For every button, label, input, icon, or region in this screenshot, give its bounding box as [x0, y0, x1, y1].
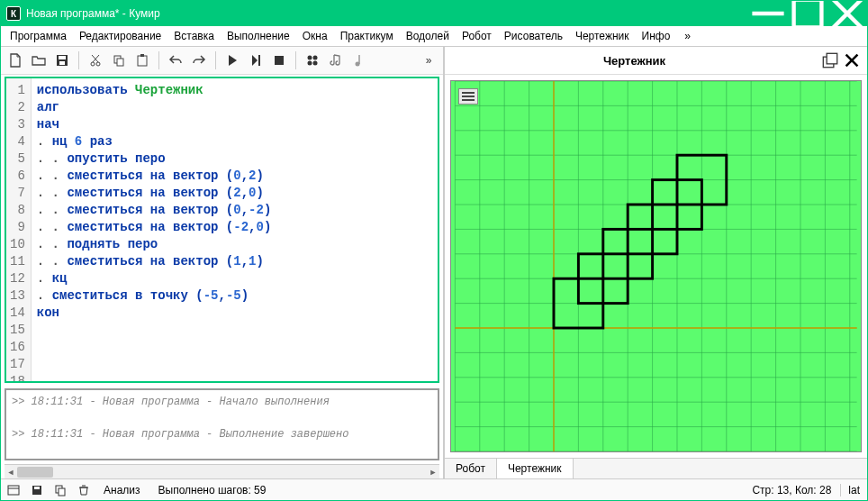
window-controls — [748, 1, 867, 26]
save-icon[interactable] — [51, 50, 73, 71]
menu-item-водолей[interactable]: Водолей — [401, 28, 455, 44]
menu-item-инфо[interactable]: Инфо — [637, 28, 676, 44]
svg-point-19 — [308, 61, 312, 66]
stop-icon[interactable] — [268, 50, 290, 71]
menu-item-окна[interactable]: Окна — [297, 28, 333, 44]
status-analysis: Анализ — [95, 484, 149, 496]
menu-item-выполнение[interactable]: Выполнение — [222, 28, 295, 44]
line-gutter: 123456789101112131415161718 — [6, 78, 32, 381]
svg-rect-12 — [117, 59, 123, 66]
main-area: » 123456789101112131415161718 использова… — [1, 47, 867, 478]
run-icon[interactable] — [222, 50, 243, 71]
svg-point-7 — [91, 62, 95, 66]
svg-rect-15 — [258, 55, 260, 66]
svg-point-20 — [313, 61, 318, 66]
right-tabs: РоботЧертежник — [445, 458, 867, 478]
canvas-svg — [451, 81, 861, 451]
app-icon: К — [6, 6, 21, 21]
menu-item-практикум[interactable]: Практикум — [335, 28, 399, 44]
svg-point-8 — [96, 62, 100, 66]
menu-item-чертежник[interactable]: Чертежник — [570, 28, 635, 44]
horizontal-scrollbar[interactable]: ◄ ► — [5, 464, 439, 478]
right-pane: Чертежник РоботЧертежник — [444, 47, 867, 478]
scroll-thumb[interactable] — [17, 467, 53, 478]
redo-icon[interactable] — [188, 50, 210, 71]
step-icon[interactable] — [245, 50, 267, 71]
right-pane-title: Чертежник — [452, 54, 817, 68]
svg-rect-73 — [59, 488, 65, 496]
status-steps: Выполнено шагов: 59 — [149, 484, 276, 496]
status-lang[interactable]: lat — [840, 484, 867, 496]
status-cursor-pos: Стр: 13, Кол: 28 — [743, 484, 840, 496]
cut-icon[interactable] — [85, 50, 106, 71]
window-title: Новая программа* - Кумир — [26, 7, 748, 20]
drawing-canvas[interactable] — [450, 80, 862, 452]
scroll-left-icon[interactable]: ◄ — [5, 465, 17, 478]
svg-rect-68 — [8, 486, 19, 495]
detach-icon[interactable] — [822, 52, 838, 68]
menu-more-icon[interactable]: » — [679, 28, 696, 44]
status-save-icon[interactable] — [26, 481, 48, 499]
minimize-button[interactable] — [748, 1, 788, 26]
music-icon[interactable] — [325, 50, 347, 71]
maximize-button[interactable] — [788, 1, 827, 26]
svg-rect-6 — [59, 61, 65, 65]
note-icon[interactable] — [348, 50, 370, 71]
status-console-icon[interactable] — [3, 481, 24, 499]
new-file-icon[interactable] — [5, 50, 26, 71]
status-trash-icon[interactable] — [73, 481, 95, 499]
menu-item-рисователь[interactable]: Рисователь — [499, 28, 568, 44]
menubar: ПрограммаРедактированиеВставкаВыполнение… — [1, 26, 867, 47]
undo-icon[interactable] — [165, 50, 186, 71]
open-file-icon[interactable] — [28, 50, 50, 71]
console-output[interactable]: >> 18:11:31 - Новая программа - Начало в… — [5, 388, 439, 460]
svg-line-9 — [93, 55, 99, 62]
menu-item-редактирование[interactable]: Редактирование — [74, 28, 167, 44]
canvas-menu-icon[interactable] — [458, 88, 478, 105]
menu-item-программа[interactable]: Программа — [5, 28, 72, 44]
statusbar: Анализ Выполнено шагов: 59 Стр: 13, Кол:… — [1, 478, 867, 500]
titlebar: К Новая программа* - Кумир — [1, 1, 867, 26]
svg-rect-1 — [794, 0, 822, 27]
actors-icon[interactable] — [302, 50, 323, 71]
status-copy-icon[interactable] — [50, 481, 71, 499]
close-button[interactable] — [827, 1, 867, 26]
svg-rect-13 — [138, 56, 147, 66]
toolbar-more-icon[interactable]: » — [418, 50, 439, 71]
right-header: Чертежник — [445, 47, 867, 75]
menu-item-робот[interactable]: Робот — [457, 28, 497, 44]
svg-rect-14 — [140, 54, 144, 57]
scroll-right-icon[interactable]: ► — [427, 465, 439, 478]
svg-point-17 — [308, 56, 312, 60]
svg-rect-24 — [827, 53, 837, 64]
toolbar: » — [1, 47, 443, 75]
paste-icon[interactable] — [131, 50, 153, 71]
copy-icon[interactable] — [108, 50, 130, 71]
close-panel-icon[interactable] — [844, 52, 860, 68]
svg-rect-71 — [34, 487, 40, 489]
svg-rect-16 — [275, 56, 284, 65]
svg-point-18 — [313, 56, 318, 60]
code-editor[interactable]: 123456789101112131415161718 использовать… — [5, 77, 439, 383]
code-area[interactable]: использовать Чертежникалгнач. нц 6 раз. … — [32, 78, 438, 381]
tab-чертежник[interactable]: Чертежник — [497, 459, 574, 478]
left-pane: » 123456789101112131415161718 использова… — [1, 47, 444, 478]
svg-rect-5 — [59, 56, 66, 59]
canvas-wrap — [445, 75, 867, 458]
svg-line-10 — [92, 55, 98, 62]
menu-item-вставка[interactable]: Вставка — [168, 28, 220, 44]
tab-робот[interactable]: Робот — [445, 459, 497, 478]
